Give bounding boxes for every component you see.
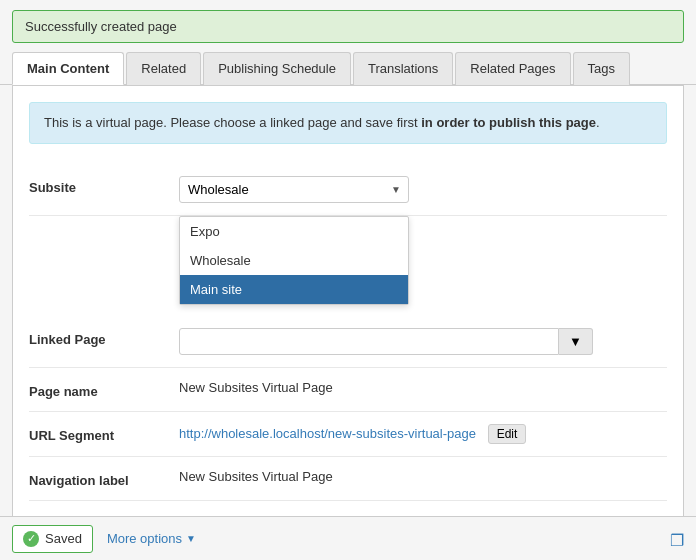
linked-page-dropdown-btn[interactable]: ▼ [559,328,593,355]
tab-main-content[interactable]: Main Content [12,52,124,85]
dropdown-item-wholesale[interactable]: Wholesale [180,246,408,275]
tab-related[interactable]: Related [126,52,201,85]
page-name-label: Page name [29,380,179,399]
edit-url-button[interactable]: Edit [488,424,527,444]
footer-bar: ✓ Saved More options ▼ ❐ [0,516,696,560]
more-options-button[interactable]: More options ▼ [107,531,196,546]
tab-translations[interactable]: Translations [353,52,453,85]
info-text-after: . [596,115,600,130]
subsite-dropdown-wrapper: Expo Wholesale Main site ▼ [179,176,409,203]
linked-page-label: Linked Page [29,328,179,347]
navigation-label-label: Navigation label [29,469,179,488]
more-options-label: More options [107,531,182,546]
dropdown-item-expo[interactable]: Expo [180,217,408,246]
tabs-bar: Main Content Related Publishing Schedule… [0,51,696,85]
saved-label: Saved [45,531,82,546]
info-box: This is a virtual page. Please choose a … [29,102,667,144]
page-name-value: New Subsites Virtual Page [179,380,667,395]
subsite-label: Subsite [29,176,179,195]
url-segment-link[interactable]: http://wholesale.localhost/new-subsites-… [179,426,476,441]
tab-related-pages[interactable]: Related Pages [455,52,570,85]
saved-check-icon: ✓ [23,531,39,547]
url-segment-row: URL Segment http://wholesale.localhost/n… [29,412,667,457]
more-options-arrow-icon: ▼ [186,533,196,544]
success-banner: Successfully created page [12,10,684,43]
subsite-dropdown-popup: Expo Wholesale Main site [179,216,409,305]
subsite-select[interactable]: Expo Wholesale Main site [179,176,409,203]
info-text-strong: in order to publish this page [421,115,596,130]
url-segment-label: URL Segment [29,424,179,443]
info-text-before: This is a virtual page. Please choose a … [44,115,421,130]
linked-page-value: ▼ [179,328,667,355]
dropdown-item-main-site[interactable]: Main site [180,275,408,304]
navigation-label-row: Navigation label New Subsites Virtual Pa… [29,457,667,501]
url-segment-value: http://wholesale.localhost/new-subsites-… [179,424,667,444]
linked-page-row: Linked Page ▼ [29,316,667,368]
tab-tags[interactable]: Tags [573,52,630,85]
linked-page-wrapper: ▼ [179,328,667,355]
tab-publishing-schedule[interactable]: Publishing Schedule [203,52,351,85]
external-link-button[interactable]: ❐ [670,531,684,550]
linked-page-input[interactable] [179,328,559,355]
page-name-row: Page name New Subsites Virtual Page [29,368,667,412]
subsite-value: Expo Wholesale Main site ▼ Expo Wholesal… [179,176,667,203]
content-area: This is a virtual page. Please choose a … [12,85,684,560]
saved-button[interactable]: ✓ Saved [12,525,93,553]
navigation-label-value: New Subsites Virtual Page [179,469,667,484]
subsite-row: Subsite Expo Wholesale Main site ▼ Expo … [29,164,667,216]
